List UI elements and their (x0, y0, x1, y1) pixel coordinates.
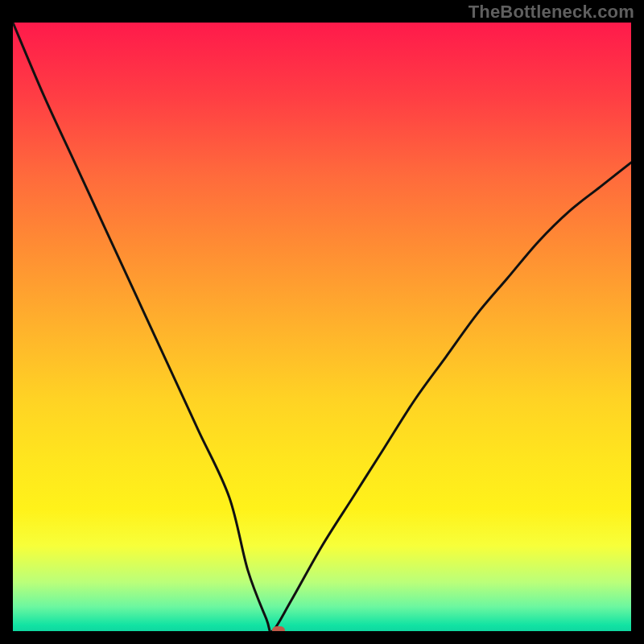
attribution-text: TheBottleneck.com (469, 2, 634, 23)
plot-area (13, 23, 631, 631)
chart-frame: TheBottleneck.com (0, 0, 644, 644)
minimum-marker (272, 626, 285, 631)
bottleneck-curve (13, 23, 631, 631)
curve-path (13, 23, 631, 631)
